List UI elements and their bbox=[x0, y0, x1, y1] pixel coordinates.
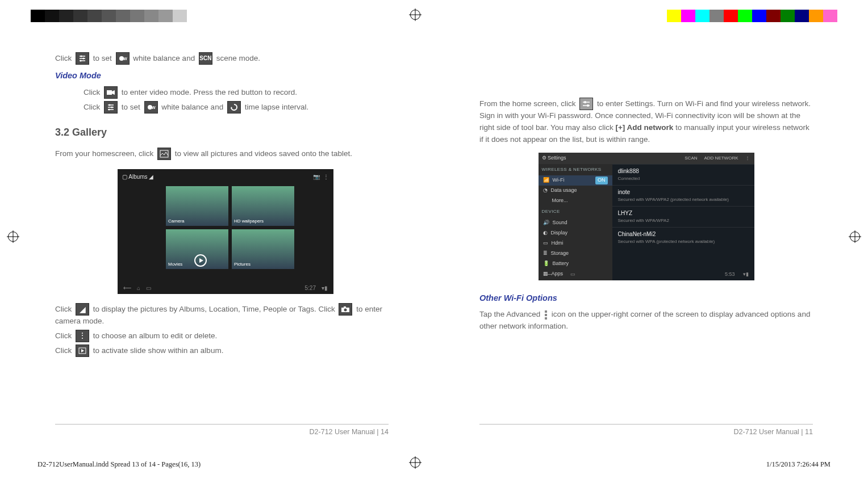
settings-sliders-icon bbox=[579, 98, 593, 110]
dropdown-indicator-icon: ◢ bbox=[76, 303, 89, 316]
color-swatch bbox=[116, 10, 130, 22]
album-tile-label: Movies bbox=[168, 261, 182, 268]
sidebar-item-wifi: 📶Wi-FiON bbox=[539, 175, 612, 186]
sidebar-item-hdmi: ▭Hdmi bbox=[539, 238, 612, 249]
svg-point-16 bbox=[584, 101, 586, 103]
sliders-icon bbox=[104, 101, 118, 114]
line-video-sliders: Click to set W white balance and time la… bbox=[55, 101, 389, 114]
color-swatch bbox=[130, 10, 144, 22]
line-open-gallery: From your homescreen, click to view all … bbox=[55, 148, 389, 160]
svg-rect-5 bbox=[107, 90, 112, 95]
svg-point-1 bbox=[83, 58, 85, 60]
color-swatch bbox=[158, 10, 173, 22]
wifi-network-status: Connected bbox=[618, 175, 749, 182]
color-swatch bbox=[781, 10, 795, 22]
hdmi-icon: ▭ bbox=[543, 240, 548, 247]
wifi-toggle: ON bbox=[595, 177, 608, 184]
page-footer-right: D2-712 User Manual | 11 bbox=[479, 424, 813, 438]
section-device: DEVICE bbox=[539, 206, 612, 217]
wifi-network-list: SCAN ADD NETWORK ⋮ dlink888Connectedinot… bbox=[612, 153, 754, 280]
time-lapse-icon bbox=[227, 101, 241, 114]
line-advanced: Tap the Advanced icon on the upper-right… bbox=[479, 309, 813, 333]
settings-icon: ⚙ bbox=[542, 154, 546, 162]
wifi-network-status: Secured with WPA (protected network avai… bbox=[618, 238, 749, 245]
kebab-icon: ⋮ bbox=[323, 174, 329, 180]
white-balance-icon: W bbox=[144, 101, 158, 114]
storage-icon: ≣ bbox=[543, 250, 548, 258]
color-swatch bbox=[823, 10, 837, 22]
album-tile: Pictures bbox=[232, 229, 294, 269]
registration-mark-icon bbox=[849, 230, 861, 243]
color-swatch bbox=[695, 10, 710, 22]
wifi-icon: ▾▮ bbox=[743, 271, 749, 279]
wifi-instructions: From the home screen, click to enter Set… bbox=[479, 98, 813, 146]
kebab-icon: ⋮ bbox=[76, 330, 89, 342]
album-tile: HD wallpapers bbox=[232, 186, 294, 226]
home-icon: ⌂ bbox=[137, 284, 140, 293]
advanced-kebab-icon bbox=[545, 310, 547, 320]
album-tile: Camera bbox=[166, 186, 228, 226]
recent-icon: ▭ bbox=[570, 271, 575, 279]
video-camera-icon bbox=[104, 86, 118, 99]
kebab-icon: ⋮ bbox=[745, 155, 750, 162]
colorbar-left bbox=[31, 10, 201, 22]
print-spread: Click to set W white balance and SCN sce… bbox=[0, 0, 868, 500]
color-swatch bbox=[681, 10, 695, 22]
heading-gallery: 3.2 Gallery bbox=[55, 125, 389, 141]
slug-timestamp: 1/15/2013 7:26:44 PM bbox=[766, 460, 831, 469]
album-tile-label: HD wallpapers bbox=[234, 218, 264, 225]
line-display-by: Click ◢ to display the pictures by Album… bbox=[55, 303, 389, 327]
line-slideshow: Click to activate slide show within an a… bbox=[55, 344, 389, 357]
clock: 5:27 bbox=[305, 284, 316, 293]
color-swatch bbox=[59, 10, 73, 22]
back-icon: ⟵ bbox=[123, 284, 131, 293]
color-swatch bbox=[766, 10, 781, 22]
line-choose-album: Click ⋮ to choose an album to edit or de… bbox=[55, 330, 389, 342]
sidebar-item-battery: 🔋Battery bbox=[539, 259, 612, 269]
home-icon: ⌂ bbox=[560, 271, 562, 279]
add-network-label: ADD NETWORK bbox=[704, 155, 738, 162]
settings-title: Settings bbox=[548, 154, 566, 162]
data-usage-icon: ◔ bbox=[543, 187, 548, 195]
wifi-network-row: LHYZSecured with WPA/WPA2 bbox=[612, 206, 754, 227]
svg-text:W: W bbox=[152, 106, 156, 110]
album-grid: CameraHD wallpapersMoviesPictures bbox=[166, 186, 302, 269]
color-swatch bbox=[738, 10, 752, 22]
svg-point-7 bbox=[111, 107, 113, 108]
wifi-network-name: ChinaNet-nMi2 bbox=[618, 230, 749, 239]
color-swatch bbox=[31, 10, 45, 22]
scene-mode-icon: SCN bbox=[199, 52, 212, 65]
color-swatch bbox=[45, 10, 59, 22]
wifi-network-name: inote bbox=[618, 188, 749, 197]
gallery-icon: ▢ bbox=[122, 174, 127, 180]
sidebar-item-display: ◐Display bbox=[539, 228, 612, 238]
wifi-network-row: inoteSecured with WPA/WPA2 (protected ne… bbox=[612, 185, 754, 206]
sliders-icon bbox=[76, 52, 89, 65]
page-spread: Click to set W white balance and SCN sce… bbox=[48, 51, 820, 438]
color-swatch bbox=[795, 10, 809, 22]
wifi-network-status: Secured with WPA/WPA2 bbox=[618, 217, 749, 224]
section-wireless: WIRELESS & NETWORKS bbox=[539, 164, 612, 175]
color-swatch bbox=[752, 10, 766, 22]
wifi-icon: ▾▮ bbox=[322, 284, 328, 293]
back-icon: ⟵ bbox=[544, 271, 552, 279]
album-tile-label: Pictures bbox=[234, 261, 251, 268]
page-right: From the home screen, click to enter Set… bbox=[440, 51, 820, 438]
add-network-label: [+] Add network bbox=[615, 123, 673, 132]
line-enter-video: Click to enter video mode. Press the red… bbox=[55, 86, 389, 99]
sidebar-item-storage: ≣Storage bbox=[539, 249, 612, 259]
color-swatch bbox=[667, 10, 681, 22]
svg-point-2 bbox=[80, 60, 82, 62]
color-swatch bbox=[724, 10, 738, 22]
battery-icon: 🔋 bbox=[543, 260, 549, 268]
sidebar-item-datausage: ◔Data usage bbox=[539, 186, 612, 196]
color-swatch bbox=[809, 10, 823, 22]
heading-video-mode: Video Mode bbox=[55, 69, 389, 82]
clock: 5:53 bbox=[725, 271, 735, 279]
svg-point-6 bbox=[109, 104, 111, 106]
color-swatch bbox=[102, 10, 116, 22]
svg-point-17 bbox=[587, 104, 589, 107]
sound-icon: 🔊 bbox=[543, 219, 549, 227]
camera-icon: 📷 bbox=[313, 174, 320, 180]
wifi-network-row: ChinaNet-nMi2Secured with WPA (protected… bbox=[612, 227, 754, 248]
